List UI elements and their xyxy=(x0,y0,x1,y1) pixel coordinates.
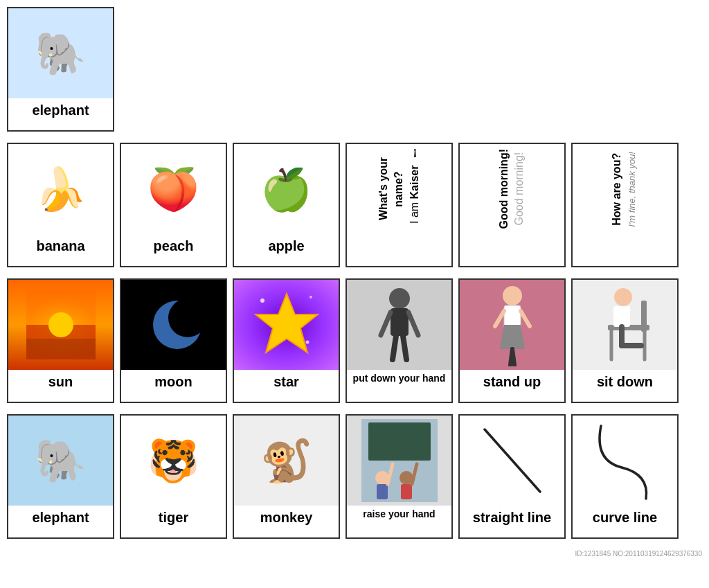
svg-marker-6 xyxy=(255,294,318,353)
good-morning-text: Good morning! Good morning! xyxy=(494,146,530,232)
star-image-area xyxy=(234,280,339,370)
svg-rect-34 xyxy=(377,484,388,499)
svg-point-27 xyxy=(614,288,632,306)
stand-up-image-area xyxy=(460,280,564,370)
row-2: sun moon star xyxy=(7,278,702,403)
svg-point-7 xyxy=(260,299,264,303)
whats-your-name-line2: I am Kaiser！ xyxy=(409,154,420,224)
stand-up-label: stand up xyxy=(483,370,541,393)
svg-point-16 xyxy=(503,286,522,305)
svg-line-15 xyxy=(403,336,406,359)
raise-hand-svg xyxy=(361,419,438,502)
watermark: ID:1231845 NO:20110319124629376330 xyxy=(7,550,702,558)
whats-your-name-text: What's your name? I am Kaiser！ xyxy=(373,144,425,234)
svg-rect-32 xyxy=(368,422,431,461)
row-3: 🐘 elephant 🐯 tiger 🐒 monkey xyxy=(7,414,702,539)
star-svg xyxy=(249,287,325,363)
monkey-label: monkey xyxy=(260,506,313,528)
svg-line-39 xyxy=(485,429,540,492)
raise-hand-label: raise your hand xyxy=(361,506,436,522)
svg-point-10 xyxy=(389,288,410,309)
card-star: star xyxy=(233,278,340,403)
whats-your-name-line1: What's your name? xyxy=(377,158,404,221)
card-curve-line: curve line xyxy=(571,414,679,539)
card-peach: 🍑 peach xyxy=(120,143,227,267)
row-1: 🍌 banana 🍑 peach 🍏 apple What's your nam… xyxy=(7,143,702,267)
tiger-emoji: 🐯 xyxy=(125,419,222,502)
svg-point-2 xyxy=(48,312,73,337)
how-are-you-text: How are you? I'm fine, thank you! xyxy=(607,149,643,230)
star-label: star xyxy=(273,370,299,393)
how-are-you-line2: I'm fine, thank you! xyxy=(627,152,638,227)
how-are-you-line1: How are you? xyxy=(611,153,622,226)
put-down-hand-svg xyxy=(361,283,438,366)
put-down-hand-label: put down your hand xyxy=(352,370,447,386)
card-raise-hand: raise your hand xyxy=(345,414,453,539)
elephant-top-image-area: 🐘 xyxy=(8,8,113,98)
row-0: 🐘 elephant xyxy=(7,7,702,132)
sun-label: sun xyxy=(48,370,73,393)
straight-line-svg xyxy=(474,419,550,502)
curve-line-label: curve line xyxy=(593,506,657,528)
card-apple: 🍏 apple xyxy=(233,143,340,267)
banana-emoji: 🍌 xyxy=(12,148,109,231)
card-stand-up: stand up xyxy=(458,278,566,403)
straight-line-label: straight line xyxy=(473,506,551,528)
curve-line-image-area xyxy=(573,416,677,506)
banana-image-area: 🍌 xyxy=(8,144,113,234)
card-whats-your-name: What's your name? I am Kaiser！ xyxy=(345,143,453,267)
card-how-are-you: How are you? I'm fine, thank you! xyxy=(571,143,679,267)
how-are-you-content: How are you? I'm fine, thank you! xyxy=(573,144,677,234)
card-straight-line: straight line xyxy=(458,414,566,539)
card-tiger: 🐯 tiger xyxy=(120,414,227,539)
moon-image-area xyxy=(121,280,226,370)
apple-emoji: 🍏 xyxy=(238,148,335,231)
elephant-bottom-emoji: 🐘 xyxy=(12,419,109,502)
svg-point-5 xyxy=(168,299,207,337)
raise-hand-image-area xyxy=(347,416,451,506)
good-morning-line2: Good morning! xyxy=(514,152,526,226)
svg-marker-18 xyxy=(500,325,525,349)
sit-down-svg xyxy=(587,283,663,366)
card-banana: 🍌 banana xyxy=(7,143,114,267)
peach-emoji: 🍑 xyxy=(125,148,222,231)
curve-line-svg xyxy=(587,419,663,502)
elephant-top-emoji: 🐘 xyxy=(12,12,109,95)
sit-down-label: sit down xyxy=(597,370,653,393)
tiger-label: tiger xyxy=(159,506,188,528)
elephant-bottom-image-area: 🐘 xyxy=(8,416,113,506)
whats-your-name-content: What's your name? I am Kaiser！ xyxy=(347,144,451,234)
svg-line-21 xyxy=(495,311,504,326)
good-morning-content: Good morning! Good morning! xyxy=(460,144,564,234)
elephant-bottom-label: elephant xyxy=(32,506,89,528)
apple-label: apple xyxy=(268,234,304,257)
card-put-down-hand: put down your hand xyxy=(345,278,453,403)
svg-rect-3 xyxy=(26,339,96,359)
elephant-top-label: elephant xyxy=(32,98,89,121)
sun-svg xyxy=(26,290,96,359)
tiger-image-area: 🐯 xyxy=(121,416,226,506)
sun-image-area xyxy=(8,280,113,370)
peach-label: peach xyxy=(154,234,194,257)
svg-line-20 xyxy=(512,349,514,365)
svg-line-13 xyxy=(409,312,418,335)
moon-svg xyxy=(139,287,208,363)
stand-up-svg xyxy=(485,283,540,366)
svg-point-8 xyxy=(309,296,312,299)
card-sit-down: sit down xyxy=(571,278,679,403)
svg-rect-28 xyxy=(613,306,630,327)
banana-label: banana xyxy=(36,234,84,257)
sit-down-image-area xyxy=(573,280,677,370)
card-moon: moon xyxy=(120,278,227,403)
straight-line-image-area xyxy=(460,416,564,506)
good-morning-line1: Good morning! xyxy=(498,149,510,229)
monkey-emoji: 🐒 xyxy=(238,419,335,502)
card-monkey: 🐒 monkey xyxy=(233,414,340,539)
monkey-image-area: 🐒 xyxy=(234,416,339,506)
put-down-hand-image-area xyxy=(347,280,451,370)
svg-line-22 xyxy=(521,311,530,326)
card-good-morning: Good morning! Good morning! xyxy=(458,143,566,267)
svg-point-9 xyxy=(305,341,309,344)
card-elephant-bottom: 🐘 elephant xyxy=(7,414,114,539)
moon-label: moon xyxy=(154,370,192,393)
